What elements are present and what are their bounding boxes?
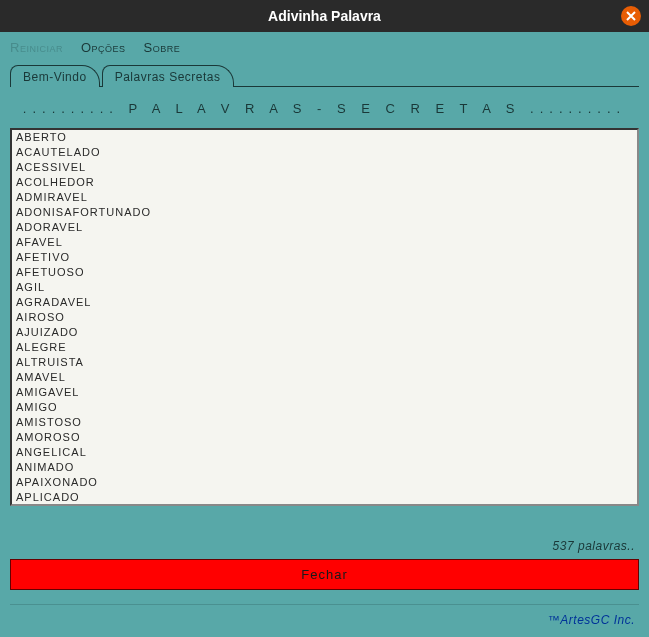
section-heading: .......... P A L A V R A S - S E C R E T…: [10, 95, 639, 128]
tab-panel-palavras: .......... P A L A V R A S - S E C R E T…: [10, 87, 639, 600]
list-item[interactable]: APAIXONADO: [12, 475, 637, 490]
list-item[interactable]: ACAUTELADO: [12, 145, 637, 160]
content-area: Bem-Vindo Palavras Secretas .......... P…: [10, 65, 639, 600]
word-count-label: 537 palavras..: [10, 533, 639, 559]
menu-reiniciar[interactable]: Reiniciar: [10, 40, 63, 55]
list-item[interactable]: ALTRUISTA: [12, 355, 637, 370]
list-item[interactable]: ANGELICAL: [12, 445, 637, 460]
list-item[interactable]: AFAVEL: [12, 235, 637, 250]
list-item[interactable]: AFETUOSO: [12, 265, 637, 280]
list-item[interactable]: ADORAVEL: [12, 220, 637, 235]
window-title: Adivinha Palavra: [268, 8, 381, 24]
close-icon: [626, 11, 636, 21]
menubar: Reiniciar Opções Sobre: [0, 32, 649, 59]
list-item[interactable]: ADONISAFORTUNADO: [12, 205, 637, 220]
list-item[interactable]: AFETIVO: [12, 250, 637, 265]
list-item[interactable]: AMIGO: [12, 400, 637, 415]
window-close-button[interactable]: [621, 6, 641, 26]
list-item[interactable]: AGRADAVEL: [12, 295, 637, 310]
menu-opcoes[interactable]: Opções: [81, 40, 126, 55]
list-item[interactable]: ADMIRAVEL: [12, 190, 637, 205]
list-item[interactable]: ACESSIVEL: [12, 160, 637, 175]
list-item[interactable]: AMISTOSO: [12, 415, 637, 430]
titlebar: Adivinha Palavra: [0, 0, 649, 32]
word-list-container: ABERTOACAUTELADOACESSIVELACOLHEDORADMIRA…: [10, 128, 639, 533]
list-item[interactable]: AGIL: [12, 280, 637, 295]
list-item[interactable]: APRAZIVEL: [12, 505, 637, 506]
footer-credit: ™ArtesGC Inc.: [0, 609, 649, 637]
word-listbox[interactable]: ABERTOACAUTELADOACESSIVELACOLHEDORADMIRA…: [10, 128, 639, 506]
tab-bar: Bem-Vindo Palavras Secretas: [10, 65, 639, 87]
list-item[interactable]: AJUIZADO: [12, 325, 637, 340]
list-item[interactable]: APLICADO: [12, 490, 637, 505]
list-item[interactable]: AMAVEL: [12, 370, 637, 385]
tab-bemvindo[interactable]: Bem-Vindo: [10, 65, 100, 87]
list-item[interactable]: ALEGRE: [12, 340, 637, 355]
list-item[interactable]: ACOLHEDOR: [12, 175, 637, 190]
list-item[interactable]: AIROSO: [12, 310, 637, 325]
tab-palavras-secretas[interactable]: Palavras Secretas: [102, 65, 234, 87]
list-item[interactable]: AMIGAVEL: [12, 385, 637, 400]
app-body: Reiniciar Opções Sobre Bem-Vindo Palavra…: [0, 32, 649, 637]
list-item[interactable]: AMOROSO: [12, 430, 637, 445]
fechar-button[interactable]: Fechar: [10, 559, 639, 590]
footer-divider: [10, 604, 639, 605]
menu-sobre[interactable]: Sobre: [144, 40, 181, 55]
list-item[interactable]: ABERTO: [12, 130, 637, 145]
list-item[interactable]: ANIMADO: [12, 460, 637, 475]
